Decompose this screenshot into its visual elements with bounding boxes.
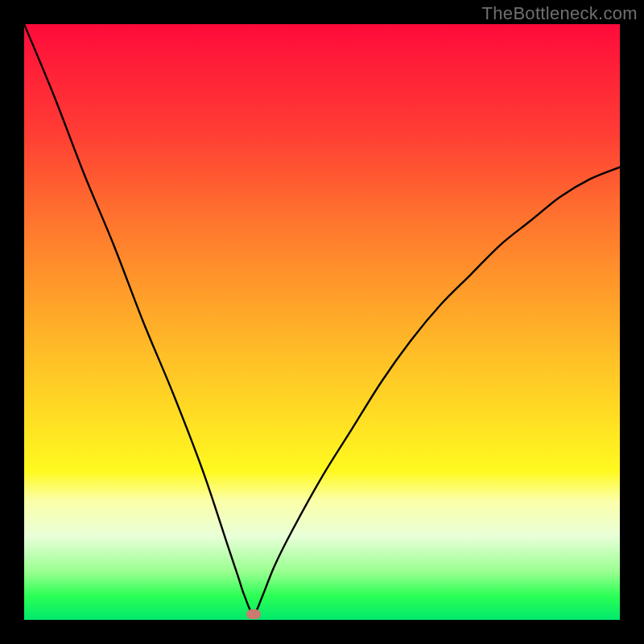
curve-svg — [24, 24, 620, 620]
watermark-text: TheBottleneck.com — [482, 3, 638, 24]
chart-frame: TheBottleneck.com — [0, 0, 644, 644]
plot-area — [24, 24, 620, 620]
bottleneck-curve-path — [24, 24, 620, 614]
minimum-marker — [246, 609, 261, 619]
